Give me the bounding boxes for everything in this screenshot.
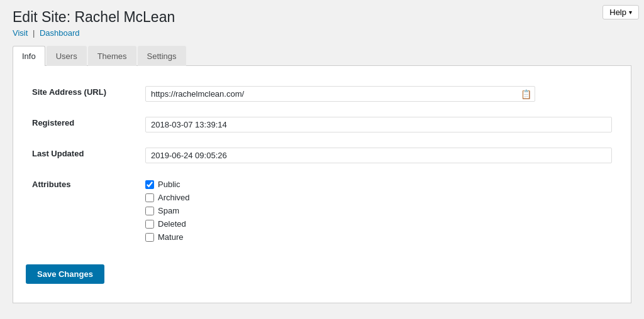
save-button[interactable]: Save Changes [26,264,104,284]
checkbox-public-input[interactable] [145,180,154,189]
help-button[interactable]: Help ▾ [602,5,639,19]
checkbox-archived-input[interactable] [145,193,154,202]
checkbox-spam-input[interactable] [145,207,154,215]
breadcrumb-separator: | [33,28,35,38]
checkbox-mature-input[interactable] [145,233,154,242]
checkbox-mature[interactable]: Mature [145,232,612,242]
form-table: Site Address (URL) 📋 Registered [26,78,618,249]
checkbox-public-label: Public [158,180,180,189]
checkbox-deleted-label: Deleted [158,219,186,229]
copy-icon: 📋 [521,89,531,99]
tab-users[interactable]: Users [47,46,87,66]
tab-nav: Info Users Themes Settings [13,45,631,66]
tab-info[interactable]: Info [13,46,45,66]
tab-settings[interactable]: Settings [138,46,186,66]
tab-themes[interactable]: Themes [88,46,136,66]
checkbox-spam[interactable]: Spam [145,206,612,215]
registered-input[interactable] [145,117,612,132]
checkbox-archived-label: Archived [158,193,190,202]
tab-content: Site Address (URL) 📋 Registered [13,66,631,303]
last-updated-input[interactable] [145,148,612,163]
attributes-checkboxes: Public Archived Spam [145,178,612,242]
chevron-down-icon: ▾ [629,9,632,16]
checkbox-spam-label: Spam [158,206,179,215]
page-title: Edit Site: Rachel McLean [13,9,631,26]
visit-link[interactable]: Visit [13,28,28,38]
attributes-label: Attributes [26,171,139,249]
url-field-wrap: 📋 [145,86,535,102]
help-label: Help [609,8,626,17]
last-updated-row: Last Updated [26,140,618,171]
attributes-row: Attributes Public Archived [26,171,618,249]
registered-row: Registered [26,109,618,140]
checkbox-archived[interactable]: Archived [145,193,612,202]
checkbox-public[interactable]: Public [145,180,612,189]
checkbox-deleted-input[interactable] [145,220,154,229]
site-address-input[interactable] [145,86,535,102]
dashboard-link[interactable]: Dashboard [40,28,80,38]
site-address-label: Site Address (URL) [26,78,139,109]
breadcrumb: Visit | Dashboard [13,28,631,38]
last-updated-label: Last Updated [26,140,139,171]
page-wrap: Help ▾ Edit Site: Rachel McLean Visit | … [0,0,644,319]
registered-label: Registered [26,109,139,140]
checkbox-mature-label: Mature [158,232,183,242]
checkbox-deleted[interactable]: Deleted [145,219,612,229]
site-address-row: Site Address (URL) 📋 [26,78,618,109]
